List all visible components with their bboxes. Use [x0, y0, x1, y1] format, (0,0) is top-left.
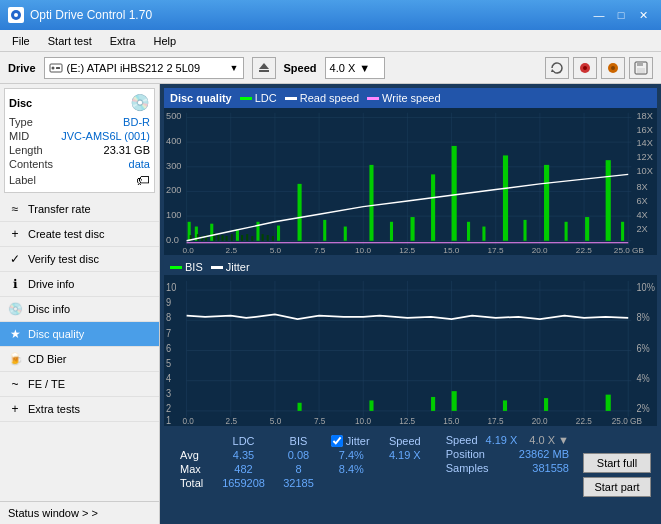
disc-quality-chart: 500 400 300 200 100 0.0 18X 16X 14X 12X …: [164, 108, 657, 255]
disc-red-icon: [578, 61, 592, 75]
action-buttons: Start full Start part: [577, 430, 657, 520]
svg-rect-83: [197, 234, 199, 241]
sidebar-item-create-test-disc[interactable]: + Create test disc: [0, 222, 159, 247]
drive-label: Drive: [8, 62, 36, 74]
svg-text:14X: 14X: [636, 138, 652, 148]
bis-legend-item: BIS: [170, 261, 203, 273]
avg-jitter: 7.4%: [323, 448, 380, 462]
sidebar-item-cd-bier[interactable]: 🍺 CD Bier: [0, 347, 159, 372]
sidebar-item-verify-test-disc-label: Verify test disc: [28, 253, 99, 265]
avg-speed: 4.19 X: [380, 448, 430, 462]
avg-ldc: 4.35: [213, 448, 274, 462]
drive-bar: Drive (E:) ATAPI iHBS212 2 5L09 ▼ Speed …: [0, 52, 661, 84]
svg-rect-93: [251, 236, 253, 241]
svg-text:100: 100: [166, 210, 181, 220]
sidebar-item-drive-info[interactable]: ℹ Drive info: [0, 272, 159, 297]
speed-dropdown-arrow: ▼: [359, 62, 370, 74]
menu-help[interactable]: Help: [145, 33, 184, 49]
drive-dropdown-arrow: ▼: [230, 63, 239, 73]
speed-value: 4.0 X: [330, 62, 356, 74]
jitter-checkbox[interactable]: [331, 435, 343, 447]
refresh-button[interactable]: [545, 57, 569, 79]
svg-rect-69: [390, 222, 393, 241]
sidebar-item-transfer-rate[interactable]: ≈ Transfer rate: [0, 197, 159, 222]
ldc-legend-color: [240, 97, 252, 100]
svg-rect-141: [369, 400, 373, 410]
svg-text:200: 200: [166, 186, 181, 196]
svg-text:12.5: 12.5: [399, 246, 416, 255]
bis-legend-label: BIS: [185, 261, 203, 273]
speed-select-display: 4.0 X ▼: [529, 434, 569, 446]
write-speed-legend-label: Write speed: [382, 92, 441, 104]
sidebar-item-disc-info-label: Disc info: [28, 303, 70, 315]
disc-contents-value: data: [129, 158, 150, 170]
svg-text:6X: 6X: [636, 196, 647, 206]
svg-text:8%: 8%: [636, 312, 650, 324]
bis-jitter-chart-container: BIS Jitter 10 9 8 7 6 5 4 3: [164, 259, 657, 426]
svg-rect-144: [503, 400, 507, 410]
svg-text:18X: 18X: [636, 112, 652, 122]
svg-text:4%: 4%: [636, 372, 650, 384]
title-bar: Opti Drive Control 1.70 — □ ✕: [0, 0, 661, 30]
svg-text:2%: 2%: [636, 403, 650, 415]
transfer-rate-icon: ≈: [8, 202, 22, 216]
svg-text:10%: 10%: [636, 282, 655, 294]
svg-rect-14: [637, 68, 645, 73]
bis-legend-bar: BIS Jitter: [164, 259, 657, 275]
disc-red-button[interactable]: [573, 57, 597, 79]
app-title: Opti Drive Control 1.70: [30, 8, 152, 22]
sidebar-item-extra-tests[interactable]: + Extra tests: [0, 397, 159, 422]
total-ldc: 1659208: [213, 476, 274, 490]
svg-rect-140: [298, 403, 302, 411]
write-speed-legend: Write speed: [367, 92, 441, 104]
sidebar: Disc 💿 Type BD-R MID JVC-AMS6L (001) Len…: [0, 84, 160, 524]
speed-selector[interactable]: 4.0 X ▼: [325, 57, 385, 79]
svg-text:0.0: 0.0: [182, 415, 194, 426]
position-key: Position: [446, 448, 485, 460]
menu-start-test[interactable]: Start test: [40, 33, 100, 49]
samples-key: Samples: [446, 462, 489, 474]
disc-length-label: Length: [9, 144, 43, 156]
sidebar-item-fe-te-label: FE / TE: [28, 378, 65, 390]
jitter-header: Jitter: [346, 435, 370, 447]
svg-text:2X: 2X: [636, 225, 647, 235]
total-bis: 32185: [274, 476, 323, 490]
menu-file[interactable]: File: [4, 33, 38, 49]
main-layout: Disc 💿 Type BD-R MID JVC-AMS6L (001) Len…: [0, 84, 661, 524]
drive-selector[interactable]: (E:) ATAPI iHBS212 2 5L09 ▼: [44, 57, 244, 79]
sidebar-item-verify-test-disc[interactable]: ✓ Verify test disc: [0, 247, 159, 272]
svg-text:10.0: 10.0: [355, 415, 371, 426]
close-button[interactable]: ✕: [633, 5, 653, 25]
svg-rect-75: [503, 155, 508, 240]
start-part-button[interactable]: Start part: [583, 477, 651, 497]
svg-text:15.0: 15.0: [443, 246, 460, 255]
start-full-button[interactable]: Start full: [583, 453, 651, 473]
minimize-button[interactable]: —: [589, 5, 609, 25]
svg-rect-81: [621, 222, 624, 241]
sidebar-item-disc-info[interactable]: 💿 Disc info: [0, 297, 159, 322]
svg-text:500: 500: [166, 112, 181, 122]
svg-rect-79: [585, 217, 589, 241]
maximize-button[interactable]: □: [611, 5, 631, 25]
speed-header: Speed: [380, 434, 430, 448]
content-area: Disc quality LDC Read speed Write speed: [160, 84, 661, 524]
disc-mid-value: JVC-AMS6L (001): [61, 130, 150, 142]
menu-bar: File Start test Extra Help: [0, 30, 661, 52]
status-window-item[interactable]: Status window > >: [0, 501, 159, 524]
stats-area: LDC BIS Jitter Speed Avg 4.35: [164, 430, 657, 520]
svg-point-3: [51, 66, 54, 69]
save-button[interactable]: [629, 57, 653, 79]
disc-orange-button[interactable]: [601, 57, 625, 79]
disc-type-value: BD-R: [123, 116, 150, 128]
disc-quality-svg: 500 400 300 200 100 0.0 18X 16X 14X 12X …: [164, 108, 657, 255]
menu-extra[interactable]: Extra: [102, 33, 144, 49]
eject-button[interactable]: [252, 57, 276, 79]
sidebar-item-disc-quality[interactable]: ★ Disc quality: [0, 322, 159, 347]
svg-rect-61: [210, 224, 213, 241]
sidebar-item-transfer-rate-label: Transfer rate: [28, 203, 91, 215]
svg-text:15.0: 15.0: [443, 415, 459, 426]
disc-length-value: 23.31 GB: [104, 144, 150, 156]
fe-te-icon: ~: [8, 377, 22, 391]
svg-rect-62: [236, 229, 239, 240]
sidebar-item-fe-te[interactable]: ~ FE / TE: [0, 372, 159, 397]
